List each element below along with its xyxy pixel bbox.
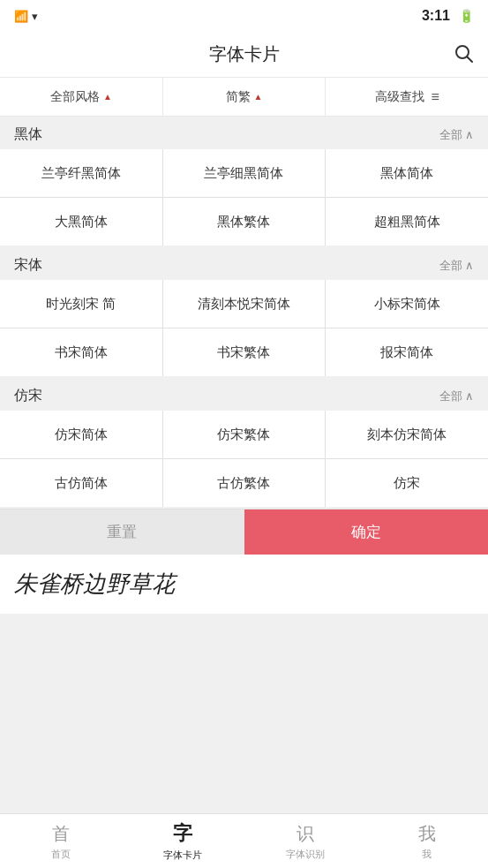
- signal-icon: ▾: [32, 10, 38, 23]
- status-icons: 🔋: [459, 9, 474, 23]
- section-heiti-more-arrow: ∧: [465, 128, 474, 141]
- preview-text: 朱雀桥边野草花: [14, 569, 175, 600]
- battery-icon: 🔋: [459, 9, 474, 23]
- font-card-fangsong[interactable]: 仿宋: [326, 459, 488, 507]
- tab-me-icon: 我: [418, 822, 436, 846]
- search-button[interactable]: [453, 42, 474, 67]
- font-card-lantingxi[interactable]: 兰亭细黑简体: [163, 149, 326, 197]
- section-songti-title: 宋体: [14, 256, 42, 275]
- tab-me[interactable]: 我 我: [366, 814, 488, 868]
- font-card-gufang-jian[interactable]: 古仿简体: [0, 459, 162, 507]
- svg-line-1: [468, 57, 473, 62]
- section-heiti-title: 黑体: [14, 125, 42, 144]
- filter-simplified-label: 简繁: [226, 89, 251, 105]
- tab-font-cards-label: 字体卡片: [163, 849, 202, 862]
- font-card-chaocuhei[interactable]: 超粗黑简体: [326, 198, 488, 245]
- reset-button[interactable]: 重置: [0, 509, 244, 555]
- confirm-button[interactable]: 确定: [244, 509, 489, 555]
- filter-simplified-arrow: ▲: [254, 92, 263, 102]
- section-fangsong-grid: 仿宋简体 仿宋繁体 刻本仿宋简体 古仿简体 古仿繁体 仿宋: [0, 411, 488, 507]
- font-card-dahei[interactable]: 大黑简体: [0, 198, 162, 245]
- section-heiti-more-label: 全部: [439, 127, 462, 143]
- font-card-lantingxian[interactable]: 兰亭纤黑简体: [0, 149, 162, 197]
- font-card-fangsong-fan[interactable]: 仿宋繁体: [163, 411, 326, 458]
- tab-font-cards[interactable]: 字 字体卡片: [122, 814, 244, 868]
- font-card-gufang-fan[interactable]: 古仿繁体: [163, 459, 326, 507]
- filter-style[interactable]: 全部风格 ▲: [0, 78, 163, 116]
- font-card-xiaobiao[interactable]: 小标宋简体: [326, 280, 488, 328]
- page-title: 字体卡片: [209, 42, 280, 66]
- font-card-qingke[interactable]: 清刻本悦宋简体: [163, 280, 326, 328]
- section-fangsong: 仿宋 全部 ∧ 仿宋简体 仿宋繁体 刻本仿宋简体 古仿简体 古仿繁体 仿宋: [0, 378, 488, 507]
- section-songti-header: 宋体 全部 ∧: [0, 247, 488, 280]
- filter-advanced-label: 高级查找: [375, 89, 424, 105]
- filter-advanced-icon: ≡: [432, 89, 439, 105]
- tab-home-icon: 首: [52, 822, 70, 846]
- section-fangsong-more-label: 全部: [439, 389, 462, 404]
- section-songti-grid: 时光刻宋 简 清刻本悦宋简体 小标宋简体 书宋简体 书宋繁体 报宋简体: [0, 280, 488, 376]
- font-card-shusong-jian[interactable]: 书宋简体: [0, 328, 162, 376]
- font-card-heiti-jian[interactable]: 黑体简体: [326, 149, 488, 197]
- section-fangsong-title: 仿宋: [14, 387, 42, 405]
- font-card-shiguang[interactable]: 时光刻宋 简: [0, 280, 162, 328]
- wifi-icon: 📶: [14, 10, 28, 23]
- filter-style-arrow: ▲: [103, 92, 112, 102]
- action-bar: 重置 确定: [0, 509, 488, 555]
- section-heiti: 黑体 全部 ∧ 兰亭纤黑简体 兰亭细黑简体 黑体简体 大黑简体 黑体繁体 超粗黑…: [0, 117, 488, 245]
- tab-recognize-label: 字体识别: [286, 848, 325, 861]
- tab-home-label: 首页: [51, 848, 71, 861]
- section-heiti-more[interactable]: 全部 ∧: [439, 127, 474, 143]
- filter-simplified[interactable]: 简繁 ▲: [163, 78, 327, 116]
- section-heiti-grid: 兰亭纤黑简体 兰亭细黑简体 黑体简体 大黑简体 黑体繁体 超粗黑简体: [0, 149, 488, 245]
- app-header: 字体卡片: [0, 32, 488, 78]
- section-fangsong-more[interactable]: 全部 ∧: [439, 389, 474, 404]
- section-songti: 宋体 全部 ∧ 时光刻宋 简 清刻本悦宋简体 小标宋简体 书宋简体 书宋繁体 报…: [0, 247, 488, 376]
- filter-bar: 全部风格 ▲ 简繁 ▲ 高级查找 ≡: [0, 78, 488, 117]
- status-time: 3:11: [422, 8, 450, 24]
- section-songti-more[interactable]: 全部 ∧: [439, 258, 474, 274]
- tab-recognize-icon: 识: [297, 822, 314, 846]
- font-card-keben-fangsong[interactable]: 刻本仿宋简体: [326, 411, 488, 458]
- font-card-heiti-fan[interactable]: 黑体繁体: [163, 198, 326, 245]
- filter-advanced[interactable]: 高级查找 ≡: [326, 78, 488, 116]
- filter-style-label: 全部风格: [50, 89, 100, 105]
- tab-bar: 首 首页 字 字体卡片 识 字体识别 我 我: [0, 813, 488, 868]
- section-fangsong-more-arrow: ∧: [465, 389, 474, 403]
- content-area: 黑体 全部 ∧ 兰亭纤黑简体 兰亭细黑简体 黑体简体 大黑简体 黑体繁体 超粗黑…: [0, 117, 488, 813]
- status-bar: 📶 ▾ 3:11 🔋: [0, 0, 488, 32]
- preview-section: 朱雀桥边野草花: [0, 555, 488, 614]
- tab-font-cards-icon: 字: [173, 820, 192, 847]
- tab-me-label: 我: [422, 848, 432, 861]
- section-songti-more-arrow: ∧: [465, 259, 474, 272]
- section-songti-more-label: 全部: [439, 258, 462, 274]
- font-card-baosong[interactable]: 报宋简体: [326, 328, 488, 376]
- section-fangsong-header: 仿宋 全部 ∧: [0, 378, 488, 411]
- section-heiti-header: 黑体 全部 ∧: [0, 117, 488, 149]
- tab-home[interactable]: 首 首页: [0, 814, 122, 868]
- tab-recognize[interactable]: 识 字体识别: [244, 814, 366, 868]
- font-card-fangsong-jian[interactable]: 仿宋简体: [0, 411, 162, 458]
- font-card-shusong-fan[interactable]: 书宋繁体: [163, 328, 326, 376]
